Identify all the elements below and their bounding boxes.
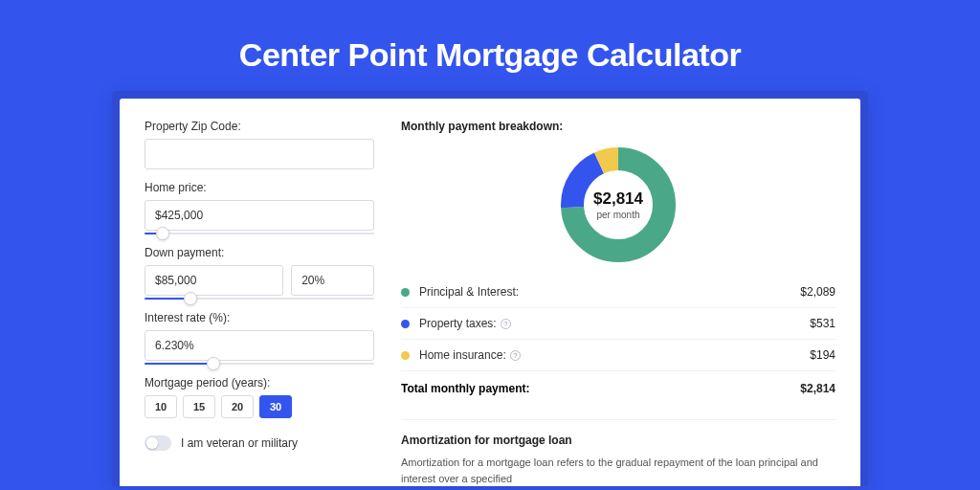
period-option-15[interactable]: 15: [183, 395, 215, 418]
down-payment-label: Down payment:: [145, 246, 374, 259]
total-row: Total monthly payment: $2,814: [401, 371, 835, 406]
legend-row: Home insurance:?$194: [401, 340, 835, 371]
info-icon[interactable]: ?: [501, 319, 511, 329]
home-price-slider[interactable]: [145, 233, 374, 234]
donut-chart: $2,814 per month: [560, 146, 677, 263]
down-payment-slider[interactable]: [145, 298, 374, 300]
down-payment-pct-input[interactable]: [291, 265, 374, 296]
donut-chart-wrap: $2,814 per month: [401, 141, 835, 277]
legend-value: $2,089: [800, 285, 835, 299]
form-column: Property Zip Code: Home price: Down paym…: [145, 120, 374, 486]
legend-dot-icon: [401, 320, 410, 328]
period-option-20[interactable]: 20: [221, 395, 254, 418]
donut-amount: $2,814: [593, 189, 643, 209]
legend-label: Property taxes:: [419, 317, 497, 330]
calculator-card: Property Zip Code: Home price: Down paym…: [120, 99, 860, 486]
period-field: Mortgage period (years): 10152030: [145, 376, 374, 418]
period-option-10[interactable]: 10: [145, 395, 177, 418]
amortization-text: Amortization for a mortgage loan refers …: [401, 455, 835, 486]
info-icon[interactable]: ?: [510, 350, 521, 361]
zip-label: Property Zip Code:: [145, 120, 374, 133]
interest-slider[interactable]: [145, 363, 374, 365]
home-price-label: Home price:: [145, 181, 374, 194]
amortization-section: Amortization for mortgage loan Amortizat…: [401, 419, 835, 486]
legend-row: Property taxes:?$531: [401, 308, 835, 340]
interest-slider-fill: [145, 363, 213, 365]
legend-dot-icon: [401, 288, 410, 297]
interest-input[interactable]: [145, 330, 374, 361]
legend-label: Principal & Interest:: [419, 285, 519, 299]
legend-label: Home insurance:: [419, 348, 506, 362]
calculator-card-wrap: Property Zip Code: Home price: Down paym…: [112, 91, 868, 486]
home-price-input[interactable]: [145, 200, 374, 231]
veteran-label: I am veteran or military: [181, 436, 298, 450]
down-payment-slider-thumb[interactable]: [184, 292, 197, 305]
veteran-toggle[interactable]: [145, 435, 171, 451]
interest-slider-thumb[interactable]: [207, 357, 220, 370]
hero: Center Point Mortgage Calculator: [0, 0, 980, 91]
veteran-row: I am veteran or military: [145, 435, 374, 451]
legend-row: Principal & Interest:$2,089: [401, 277, 835, 308]
breakdown-column: Monthly payment breakdown: $2,814 per mo…: [401, 120, 835, 486]
period-options: 10152030: [145, 395, 374, 418]
breakdown-title: Monthly payment breakdown:: [401, 120, 835, 133]
period-option-30[interactable]: 30: [259, 395, 292, 418]
down-payment-amount-input[interactable]: [145, 265, 283, 296]
down-payment-field: Down payment:: [145, 246, 374, 300]
legend: Principal & Interest:$2,089Property taxe…: [401, 277, 835, 371]
zip-input[interactable]: [145, 139, 374, 169]
interest-field: Interest rate (%):: [145, 311, 374, 365]
total-value: $2,814: [800, 382, 835, 395]
interest-label: Interest rate (%):: [145, 311, 374, 324]
home-price-slider-thumb[interactable]: [156, 227, 169, 240]
zip-field: Property Zip Code:: [145, 120, 374, 169]
legend-dot-icon: [401, 351, 410, 360]
amortization-title: Amortization for mortgage loan: [401, 434, 835, 447]
home-price-field: Home price:: [145, 181, 374, 234]
legend-value: $531: [810, 317, 835, 330]
period-label: Mortgage period (years):: [145, 376, 374, 390]
donut-center: $2,814 per month: [560, 146, 677, 263]
legend-value: $194: [810, 348, 835, 362]
donut-sub: per month: [596, 210, 639, 220]
page-title: Center Point Mortgage Calculator: [0, 36, 980, 74]
total-label: Total monthly payment:: [401, 382, 529, 395]
